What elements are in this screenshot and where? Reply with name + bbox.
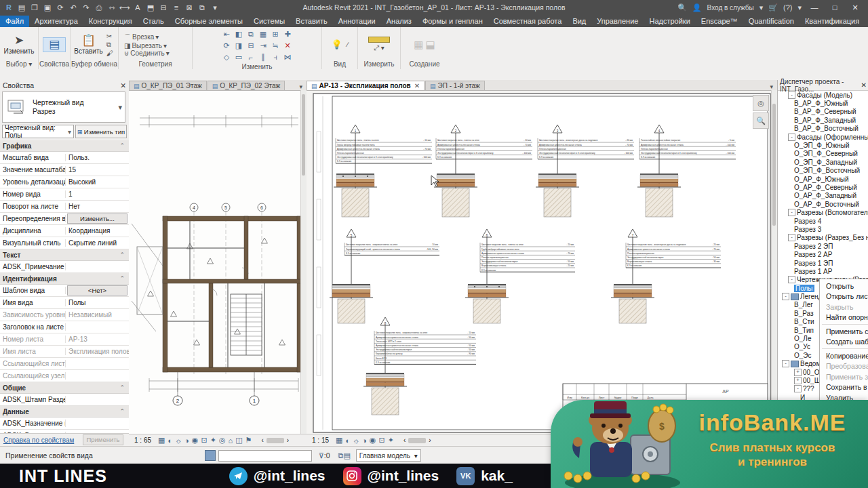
sheet-drawing[interactable]: 1Чистовое покрытие пола - плитка на клее… <box>307 91 772 434</box>
crop-view-icon[interactable]: ⊡ <box>201 436 207 445</box>
plan-tab-list-icon[interactable]: ▾ <box>295 83 307 90</box>
filter-icon[interactable]: ⊽ <box>319 451 324 460</box>
tree-item-8[interactable]: О_ЭП_Ф_Западный <box>778 158 868 166</box>
section-collapse-icon[interactable]: ⌃ <box>119 408 129 415</box>
property-value-button[interactable]: <Нет> <box>67 285 127 296</box>
property-value[interactable]: Скрытие линий <box>66 239 129 247</box>
tree-item-15[interactable]: Разрез 4 <box>778 217 868 225</box>
horizontal-scroll-thumb[interactable] <box>267 438 284 443</box>
tree-item-4[interactable]: В_АР_Ф_Восточный <box>778 125 868 133</box>
tree-item-2[interactable]: В_АР_Ф_Северный <box>778 108 868 116</box>
section-collapse-icon[interactable]: ⌃ <box>119 251 129 258</box>
sheet-tab-1[interactable]: ▤ЭП - 1-й этаж <box>425 81 485 90</box>
edit-type-button[interactable]: ⊞ Изменить тип <box>75 125 127 138</box>
ribbon-tab-15[interactable]: Quantification <box>743 16 800 27</box>
plan-tab-1[interactable]: ▤О_КР_ПЭ_02 Этаж <box>208 81 285 90</box>
design-options-select[interactable]: Главная модель▾ <box>356 449 421 462</box>
property-value[interactable]: Координация <box>66 227 129 235</box>
properties-toggle-button[interactable]: ▤ <box>43 37 66 52</box>
menu-item-8[interactable]: Копирование вида <box>820 350 868 361</box>
modify-tool-icon-0[interactable]: ⇤ <box>220 28 233 40</box>
sun-path-icon[interactable]: ◑ <box>184 436 189 445</box>
detail-level-icon[interactable]: ◐ <box>345 436 350 445</box>
section-icon[interactable]: ⊟ <box>157 2 170 13</box>
signin-caret-icon[interactable]: ▾ <box>760 3 764 12</box>
ribbon-tab-1[interactable]: Архитектура <box>29 16 83 27</box>
collapse-icon[interactable]: - <box>788 209 795 216</box>
tree-item-1[interactable]: В_АР_Ф_Южный <box>778 99 868 107</box>
3d-view-icon[interactable]: ⬒ <box>144 2 157 13</box>
modify-tool-icon-1[interactable]: ◧ <box>233 28 245 40</box>
tree-item-6[interactable]: О_ЭП_Ф_Южный <box>778 141 868 149</box>
property-section-11[interactable]: Идентификация⌃ <box>0 273 129 285</box>
horizontal-scroll-thumb[interactable] <box>408 438 426 443</box>
ribbon-tab-16[interactable]: Квантификация <box>800 16 865 27</box>
scroll-right-icon[interactable]: › <box>287 436 289 444</box>
ribbon-tab-13[interactable]: Надстройки <box>644 16 695 27</box>
property-section-0[interactable]: Графика⌃ <box>0 140 129 152</box>
visual-style-icon[interactable]: ☼ <box>175 436 182 445</box>
modify-tool-icon-17[interactable]: ⋈ <box>281 52 294 63</box>
ribbon-tab-8[interactable]: Анализ <box>381 16 417 27</box>
paste-button[interactable]: 📋 Вставить <box>74 34 102 55</box>
ribbon-tab-6[interactable]: Вставить <box>290 16 333 27</box>
help-caret-icon[interactable]: ▾ <box>797 3 802 12</box>
menu-item-6[interactable]: Создать шаблон вида <box>820 337 868 348</box>
sync-icon[interactable]: ⟳ <box>54 2 66 13</box>
ribbon-tab-9[interactable]: Формы и генплан <box>417 16 488 27</box>
project-browser-close-icon[interactable]: ✕ <box>861 81 867 89</box>
ribbon-tab-5[interactable]: Системы <box>248 16 290 27</box>
ribbon-tab-17[interactable]: ModPlus <box>865 16 868 27</box>
ribbon-tab-7[interactable]: Аннотации <box>333 16 381 27</box>
properties-close-icon[interactable]: ✕ <box>120 81 126 89</box>
ribbon-tab-12[interactable]: Управление <box>591 16 644 27</box>
modify-tool-icon-9[interactable]: ⇥ <box>257 40 269 52</box>
modify-tool-icon-16[interactable]: ⫞ <box>269 52 281 63</box>
sheet-tab-0[interactable]: ▤АР-13 - Экспликация полов✕ <box>307 81 425 90</box>
tree-item-11[interactable]: О_АР_Ф_Северный <box>778 183 868 191</box>
property-value[interactable]: Экспликация полов <box>66 348 129 355</box>
sheet-vertical-scrollbar[interactable] <box>771 90 777 434</box>
constraints-icon[interactable]: ⚑ <box>245 436 252 445</box>
ribbon-tab-11[interactable]: Вид <box>567 16 591 27</box>
modify-tool-icon-13[interactable]: ▭ <box>233 52 245 63</box>
menu-item-0[interactable]: Открыть <box>820 281 868 291</box>
menu-item-11[interactable]: Сохранить в проект <box>820 382 868 393</box>
scroll-left-icon[interactable]: ‹ <box>261 436 263 444</box>
social-vk[interactable]: VKkak_ <box>456 467 513 485</box>
ribbon-tab-0[interactable]: Файл <box>0 16 29 27</box>
tree-item-13[interactable]: О_АР_Ф_Восточный <box>778 200 868 208</box>
temporary-hide-icon[interactable]: ◎ <box>219 436 226 445</box>
collapse-icon[interactable]: - <box>782 293 789 300</box>
tree-item-0[interactable]: -Фасады (Модель) <box>778 91 868 99</box>
social-telegram[interactable]: @int_lines <box>229 467 326 485</box>
property-section-9[interactable]: Текст⌃ <box>0 249 129 261</box>
scale-button[interactable]: ▦ <box>158 436 165 445</box>
ruler-icon[interactable] <box>368 37 390 43</box>
modify-tool-icon-8[interactable]: ⊟ <box>245 40 257 52</box>
search-icon[interactable]: 🔍 <box>677 3 687 12</box>
property-value[interactable]: 1 <box>66 190 129 198</box>
modify-tool-icon-6[interactable]: ⟳ <box>220 40 233 52</box>
worksharing-display-icon[interactable]: ◫ <box>235 436 242 445</box>
property-value[interactable]: 15 <box>66 166 129 174</box>
exclude-options-icon[interactable]: ▤ <box>343 451 350 460</box>
sheet-tab-list-icon[interactable]: ▾ <box>766 83 777 90</box>
show-crop-icon[interactable]: ⊡ <box>378 436 384 445</box>
modify-tool-icon-14[interactable]: ⌐ <box>245 52 257 63</box>
workset-input[interactable] <box>218 450 312 462</box>
modify-tool-button[interactable]: ➤ Изменить <box>4 34 34 55</box>
apply-button[interactable]: Применить <box>83 434 123 445</box>
maximize-button[interactable]: □ <box>827 3 842 12</box>
measure-icon[interactable]: ⇿ <box>106 2 118 13</box>
properties-help-link[interactable]: Справка по свойствам <box>0 436 74 444</box>
customize-qat-icon[interactable]: ▾ <box>209 2 221 13</box>
linework-icon[interactable]: ∕ <box>346 41 350 48</box>
editable-only-icon[interactable]: ⧉ <box>338 451 344 460</box>
show-crop-icon[interactable]: ✦ <box>210 436 216 445</box>
scale-button[interactable]: ▦ <box>336 436 342 445</box>
tree-item-19[interactable]: Разрез 2 АР <box>778 250 868 258</box>
revit-logo[interactable]: R <box>3 2 15 13</box>
tree-item-10[interactable]: О_АР_Ф_Южный <box>778 175 868 183</box>
reveal-hidden-icon[interactable]: ⌂ <box>229 436 233 445</box>
